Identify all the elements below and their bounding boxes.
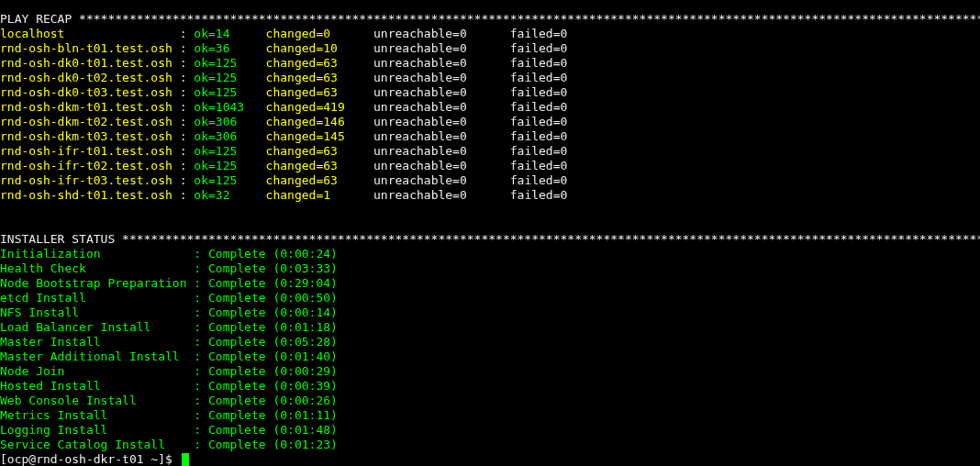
stage-status-8: Complete (208, 364, 273, 378)
recap-failed-3: failed=0 (510, 71, 568, 84)
stage-time-1: (0:03:33) (273, 261, 337, 275)
recap-colon-10: : (180, 173, 195, 187)
recap-failed-2: failed=0 (510, 56, 568, 70)
stage-status-7: Complete (208, 350, 273, 363)
recap-ok-8: ok=125 (194, 144, 244, 158)
stage-colon-5: : (194, 320, 208, 334)
recap-failed-6: failed=0 (510, 115, 568, 128)
stage-name-10: Web Console Install (0, 394, 194, 407)
stage-status-13: Complete (208, 438, 273, 451)
stage-time-9: (0:00:39) (273, 379, 337, 393)
play-recap-header: PLAY RECAP (0, 12, 79, 26)
stage-colon-10: : (194, 394, 208, 407)
recap-changed-3: changed=63 (266, 71, 352, 84)
stage-status-12: Complete (208, 423, 273, 437)
stage-colon-0: : (194, 247, 208, 261)
recap-colon-3: : (180, 71, 195, 84)
recap-colon-5: : (180, 100, 195, 114)
recap-ok-9: ok=125 (194, 159, 244, 172)
play-recap-stars: ****************************************… (79, 12, 980, 26)
recap-unreachable-11: unreachable=0 (373, 188, 488, 202)
recap-changed-7: changed=145 (266, 129, 352, 143)
stage-colon-9: : (194, 379, 208, 393)
recap-host-8: rnd-osh-ifr-t01.test.osh (0, 144, 180, 158)
recap-unreachable-2: unreachable=0 (373, 56, 488, 70)
stage-name-9: Hosted Install (0, 379, 194, 393)
stage-status-3: Complete (208, 291, 273, 305)
stage-colon-11: : (194, 408, 208, 422)
stage-name-4: NFS Install (0, 305, 194, 319)
stage-status-4: Complete (208, 305, 273, 319)
recap-changed-9: changed=63 (266, 159, 352, 172)
recap-ok-7: ok=306 (194, 129, 244, 143)
stage-name-3: etcd Install (0, 291, 194, 305)
installer-status-stars: ****************************************… (122, 232, 980, 246)
stage-time-12: (0:01:48) (273, 423, 337, 437)
recap-colon-1: : (180, 41, 195, 55)
recap-failed-0: failed=0 (510, 27, 568, 40)
recap-ok-1: ok=36 (194, 41, 244, 55)
recap-colon-8: : (180, 144, 195, 158)
recap-host-4: rnd-osh-dk0-t03.test.osh (0, 85, 180, 99)
recap-colon-6: : (180, 115, 195, 128)
recap-host-6: rnd-osh-dkm-t02.test.osh (0, 115, 180, 128)
recap-failed-9: failed=0 (510, 159, 568, 172)
stage-name-13: Service Catalog Install (0, 438, 194, 451)
recap-unreachable-4: unreachable=0 (373, 85, 488, 99)
stage-name-6: Master Install (0, 335, 194, 349)
stage-time-13: (0:01:23) (273, 438, 337, 451)
stage-colon-1: : (194, 261, 208, 275)
recap-host-3: rnd-osh-dk0-t02.test.osh (0, 71, 180, 84)
stage-colon-4: : (194, 305, 208, 319)
recap-host-2: rnd-osh-dk0-t01.test.osh (0, 56, 180, 70)
recap-unreachable-7: unreachable=0 (373, 129, 488, 143)
stage-time-7: (0:01:40) (273, 350, 337, 363)
terminal-output: PLAY RECAP *****************************… (0, 12, 980, 466)
stage-name-12: Logging Install (0, 423, 194, 437)
stage-colon-8: : (194, 364, 208, 378)
recap-unreachable-9: unreachable=0 (373, 159, 488, 172)
stage-status-2: Complete (208, 276, 273, 290)
stage-status-5: Complete (208, 320, 273, 334)
stage-time-3: (0:00:50) (273, 291, 337, 305)
recap-changed-0: changed=0 (266, 27, 352, 40)
stage-status-6: Complete (208, 335, 273, 349)
stage-colon-12: : (194, 423, 208, 437)
recap-colon-7: : (180, 129, 195, 143)
stage-time-10: (0:00:26) (273, 394, 337, 407)
stage-time-0: (0:00:24) (273, 247, 337, 261)
stage-time-4: (0:00:14) (273, 305, 337, 319)
stage-colon-3: : (194, 291, 208, 305)
stage-name-7: Master Additional Install (0, 350, 194, 363)
stage-time-2: (0:29:04) (273, 276, 337, 290)
recap-ok-11: ok=32 (194, 188, 244, 202)
recap-unreachable-3: unreachable=0 (373, 71, 488, 84)
recap-changed-6: changed=146 (266, 115, 352, 128)
recap-ok-4: ok=125 (194, 85, 244, 99)
stage-name-1: Health Check (0, 261, 194, 275)
stage-status-9: Complete (208, 379, 273, 393)
recap-failed-4: failed=0 (510, 85, 568, 99)
stage-time-11: (0:01:11) (273, 408, 337, 422)
recap-unreachable-8: unreachable=0 (373, 144, 488, 158)
recap-ok-2: ok=125 (194, 56, 244, 70)
stage-name-8: Node Join (0, 364, 194, 378)
recap-ok-10: ok=125 (194, 173, 244, 187)
recap-failed-10: failed=0 (510, 173, 568, 187)
recap-failed-1: failed=0 (510, 41, 568, 55)
recap-unreachable-5: unreachable=0 (373, 100, 488, 114)
stage-status-0: Complete (208, 247, 273, 261)
recap-host-1: rnd-osh-bln-t01.test.osh (0, 41, 180, 55)
recap-host-11: rnd-osh-shd-t01.test.osh (0, 188, 180, 202)
recap-ok-3: ok=125 (194, 71, 244, 84)
recap-ok-6: ok=306 (194, 115, 244, 128)
stage-name-11: Metrics Install (0, 408, 194, 422)
recap-host-9: rnd-osh-ifr-t02.test.osh (0, 159, 180, 172)
recap-failed-8: failed=0 (510, 144, 568, 158)
recap-unreachable-6: unreachable=0 (373, 115, 488, 128)
stage-name-0: Initialization (0, 247, 194, 261)
recap-unreachable-10: unreachable=0 (373, 173, 488, 187)
stage-colon-2: : (194, 276, 208, 290)
shell-prompt[interactable]: [ocp@rnd-osh-dkr-t01 ~]$ (0, 452, 180, 466)
recap-colon-9: : (180, 159, 195, 172)
